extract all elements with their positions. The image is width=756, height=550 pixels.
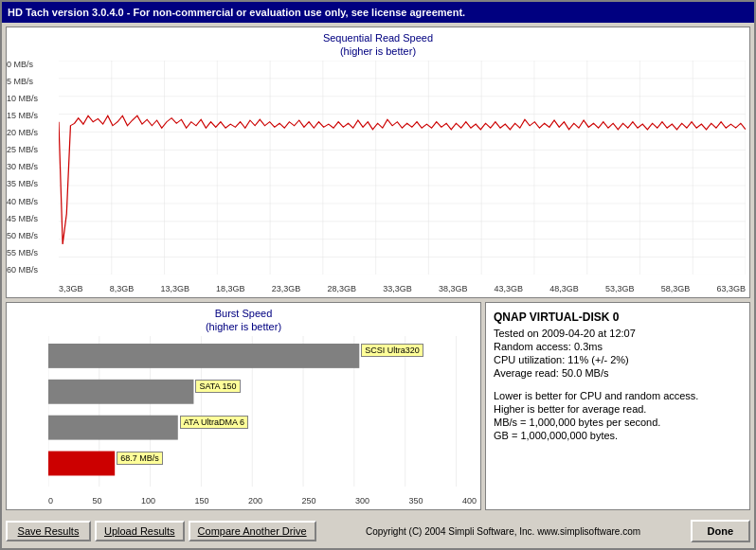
x-axis-labels-top: 3,3GB 8,3GB 13,3GB 18,3GB 23,3GB 28,3GB …	[59, 276, 746, 293]
top-chart: Sequential Read Speed (higher is better)…	[6, 27, 750, 298]
title-text: HD Tach version 3.0.4.0 - For non-commer…	[8, 7, 465, 18]
info-title: QNAP VIRTUAL-DISK 0	[494, 310, 742, 324]
info-panel: QNAP VIRTUAL-DISK 0 Tested on 2009-04-20…	[485, 302, 750, 510]
top-chart-area: 60 MB/s 55 MB/s 50 MB/s 45 MB/s 40 MB/s …	[59, 61, 746, 293]
bar-tag-sata: SATA 150	[195, 380, 240, 393]
info-line-4: Average read: 50.0 MB/s	[494, 367, 742, 379]
compare-another-drive-button[interactable]: Compare Another Drive	[189, 521, 316, 541]
info-line-3: CPU utilization: 11% (+/- 2%)	[494, 354, 742, 365]
bar-tag-actual: 68.7 MB/s	[117, 452, 163, 465]
info-line-6: Higher is better for average read.	[494, 403, 742, 415]
done-button[interactable]: Done	[691, 520, 751, 542]
info-line-8: GB = 1,000,000,000 bytes.	[494, 430, 742, 441]
save-results-button[interactable]: Save Results	[6, 521, 91, 541]
info-line-5: Lower is better for CPU and random acces…	[494, 390, 742, 401]
upload-results-button[interactable]: Upload Results	[95, 521, 185, 541]
info-line-2: Random access: 0.3ms	[494, 341, 742, 352]
burst-chart: Burst Speed (higher is better)	[6, 302, 481, 510]
title-bar: HD Tach version 3.0.4.0 - For non-commer…	[2, 2, 754, 23]
top-chart-title: Sequential Read Speed (higher is better)	[7, 27, 749, 61]
sequential-chart-svg	[59, 61, 746, 275]
bar-tag-ata: ATA UltraDMA 6	[180, 416, 248, 429]
y-axis-labels: 60 MB/s 55 MB/s 50 MB/s 45 MB/s 40 MB/s …	[7, 61, 38, 275]
copyright-text: Copyright (C) 2004 Simpli Software, Inc.…	[320, 526, 687, 537]
burst-bar-labels: SCSI Ultra320 SATA 150 ATA UltraDMA 6 68…	[48, 336, 477, 487]
info-line-7: MB/s = 1,000,000 bytes per second.	[494, 417, 742, 428]
bottom-bar: Save Results Upload Results Compare Anot…	[2, 514, 754, 548]
bar-tag-scsi: SCSI Ultra320	[361, 344, 423, 357]
info-line-1: Tested on 2009-04-20 at 12:07	[494, 328, 742, 339]
bottom-area: Burst Speed (higher is better)	[6, 302, 750, 510]
main-window: HD Tach version 3.0.4.0 - For non-commer…	[0, 0, 756, 550]
burst-chart-area: SCSI Ultra320 SATA 150 ATA UltraDMA 6 68…	[10, 336, 477, 506]
main-content: Sequential Read Speed (higher is better)…	[2, 23, 754, 514]
burst-x-axis: 0 50 100 150 200 250 300 350 400	[48, 488, 477, 506]
burst-chart-title: Burst Speed (higher is better)	[7, 303, 480, 336]
